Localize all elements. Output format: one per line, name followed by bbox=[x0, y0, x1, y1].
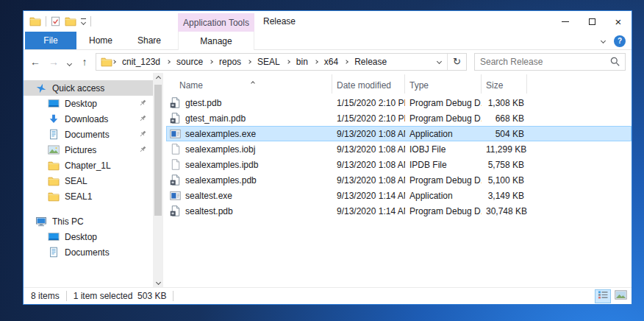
documents-icon bbox=[48, 247, 60, 258]
refresh-icon[interactable]: ↻ bbox=[447, 54, 466, 70]
scroll-up-icon[interactable] bbox=[153, 73, 163, 83]
file-row-sealexamples-pdb[interactable]: sealexamples.pdb 9/13/2020 1:08 AM Progr… bbox=[166, 172, 632, 188]
up-button[interactable]: ↑ bbox=[77, 57, 92, 67]
minimize-icon bbox=[562, 21, 569, 22]
file-date-modified: 9/13/2020 1:08 AM bbox=[332, 144, 405, 155]
search-icon[interactable] bbox=[610, 57, 620, 66]
search-box bbox=[474, 53, 626, 71]
breadcrumb-item-seal[interactable]: SEAL bbox=[257, 57, 280, 67]
file-row-sealexamples-exe[interactable]: sealexamples.exe 9/13/2020 1:08 AM Appli… bbox=[166, 126, 632, 141]
breadcrumb-item-release[interactable]: Release bbox=[354, 57, 387, 67]
documents-icon bbox=[48, 129, 60, 141]
file-type: Program Debug D... bbox=[405, 175, 482, 186]
sidebar-item-this-pc[interactable]: This PC bbox=[24, 214, 153, 229]
file-row-sealtest-pdb[interactable]: sealtest.pdb 9/13/2020 1:14 AM Program D… bbox=[166, 203, 632, 219]
folder-icon[interactable] bbox=[65, 16, 76, 27]
address-folder-icon bbox=[101, 56, 112, 68]
sidebar-item-chapter-1l[interactable]: Chapter_1L bbox=[24, 158, 153, 173]
column-header-date-modified[interactable]: Date modified bbox=[332, 74, 405, 94]
sidebar-item-documents[interactable]: Documents bbox=[24, 244, 153, 260]
details-view-button[interactable] bbox=[595, 289, 611, 303]
pin-icon bbox=[138, 99, 147, 107]
thumbnail-view-button[interactable] bbox=[612, 289, 629, 303]
explorer-window: Application Tools Release × File Home Sh… bbox=[23, 10, 632, 305]
breadcrumb-separator-icon[interactable] bbox=[287, 60, 290, 63]
sidebar-item-downloads[interactable]: Downloads bbox=[24, 111, 153, 127]
sidebar-item-label: Desktop bbox=[65, 232, 97, 242]
pin-icon bbox=[138, 145, 147, 154]
sidebar-item-seal[interactable]: SEAL bbox=[24, 173, 153, 188]
back-button[interactable]: ← bbox=[28, 57, 43, 67]
sidebar-item-label: Pictures bbox=[65, 145, 96, 155]
sidebar-item-label: Documents bbox=[65, 130, 110, 140]
tab-share[interactable]: Share bbox=[125, 32, 173, 49]
file-size: 5,100 KB bbox=[482, 175, 527, 186]
sidebar-item-desktop[interactable]: Desktop bbox=[24, 96, 153, 111]
maximize-button[interactable] bbox=[579, 11, 605, 32]
customize-toolbar-dropdown-icon[interactable] bbox=[81, 18, 86, 24]
file-type: Program Debug D... bbox=[405, 113, 482, 124]
column-header-name[interactable]: Name bbox=[166, 74, 332, 94]
breadcrumb-separator-icon[interactable] bbox=[345, 60, 348, 63]
file-row-sealtest-exe[interactable]: sealtest.exe 9/13/2020 1:14 AM Applicati… bbox=[166, 188, 632, 203]
breadcrumb-item-cnit-123d[interactable]: cnit_123d bbox=[122, 57, 160, 67]
scroll-down-icon[interactable] bbox=[153, 277, 163, 287]
search-input[interactable] bbox=[480, 57, 610, 67]
file-row-gtest-pdb[interactable]: gtest.pdb 1/15/2020 2:10 PM Program Debu… bbox=[166, 95, 632, 110]
file-size: 668 KB bbox=[482, 113, 527, 124]
breadcrumb-separator-icon[interactable] bbox=[210, 60, 212, 63]
status-separator bbox=[173, 291, 173, 301]
sidebar-item-pictures[interactable]: Pictures bbox=[24, 142, 153, 158]
exe-icon bbox=[170, 190, 181, 201]
file-name: sealexamples.iobj bbox=[185, 144, 255, 155]
sidebar-item-quick-access[interactable]: Quick access bbox=[24, 80, 153, 96]
collapse-ribbon-icon[interactable] bbox=[601, 38, 606, 43]
contextual-tab-group: Application Tools bbox=[178, 13, 254, 32]
sidebar-item-label: SEAL1 bbox=[65, 191, 92, 202]
file-row-gtest-main-pdb[interactable]: gtest_main.pdb 1/15/2020 2:10 PM Program… bbox=[166, 110, 632, 126]
file-date-modified: 1/15/2020 2:10 PM bbox=[332, 98, 405, 108]
details-view-icon bbox=[598, 290, 609, 302]
scrollbar-thumb[interactable] bbox=[154, 85, 162, 216]
column-header-size[interactable]: Size bbox=[482, 74, 527, 94]
tab-file[interactable]: File bbox=[25, 32, 76, 49]
properties-check-icon[interactable] bbox=[51, 16, 60, 27]
file-row-sealexamples-ipdb[interactable]: sealexamples.ipdb 9/13/2020 1:08 AM IPDB… bbox=[166, 157, 632, 172]
breadcrumb-separator-icon[interactable] bbox=[315, 60, 318, 63]
file-row-sealexamples-iobj[interactable]: sealexamples.iobj 9/13/2020 1:08 AM IOBJ… bbox=[166, 141, 632, 157]
file-name: sealtest.pdb bbox=[185, 206, 233, 216]
status-separator bbox=[66, 291, 67, 301]
tab-manage[interactable]: Manage bbox=[178, 32, 254, 50]
sidebar-item-desktop[interactable]: Desktop bbox=[24, 229, 153, 244]
downloads-icon bbox=[48, 113, 60, 125]
tab-home[interactable]: Home bbox=[76, 32, 125, 49]
sidebar-item-seal1[interactable]: SEAL1 bbox=[24, 188, 153, 204]
sidebar-item-documents[interactable]: Documents bbox=[24, 127, 153, 142]
address-dropdown-icon[interactable] bbox=[431, 54, 447, 70]
forward-button[interactable]: → bbox=[46, 57, 61, 67]
view-toggles bbox=[595, 289, 632, 303]
breadcrumb-separator-icon[interactable] bbox=[167, 60, 170, 63]
breadcrumb-item-repos[interactable]: repos bbox=[219, 57, 241, 67]
sidebar-scrollbar[interactable] bbox=[153, 73, 163, 287]
breadcrumb-item-x64[interactable]: x64 bbox=[324, 57, 338, 67]
folder-icon[interactable] bbox=[29, 16, 41, 27]
minimize-button[interactable] bbox=[552, 11, 579, 32]
sidebar-item-label: Desktop bbox=[65, 99, 97, 109]
file-size: 5,758 KB bbox=[482, 160, 527, 170]
column-header-type[interactable]: Type bbox=[405, 74, 482, 94]
breadcrumb-item-source[interactable]: source bbox=[176, 57, 203, 67]
recent-locations-dropdown-icon[interactable] bbox=[65, 57, 74, 67]
exe-icon bbox=[170, 128, 181, 139]
help-icon[interactable]: ? bbox=[614, 35, 626, 47]
file-size: 11,299 KB bbox=[482, 144, 527, 155]
breadcrumb-separator-icon[interactable] bbox=[248, 60, 251, 63]
item-count: 8 items bbox=[31, 291, 60, 301]
close-icon: × bbox=[615, 16, 622, 27]
pin-icon bbox=[138, 114, 147, 123]
breadcrumb-item-bin[interactable]: bin bbox=[296, 57, 308, 67]
breadcrumb-separator-icon[interactable] bbox=[112, 60, 115, 63]
window-controls: × bbox=[552, 11, 632, 32]
address-bar[interactable]: cnit_123dsourcereposSEALbinx64Release ↻ bbox=[96, 53, 467, 71]
close-button[interactable]: × bbox=[605, 11, 632, 32]
